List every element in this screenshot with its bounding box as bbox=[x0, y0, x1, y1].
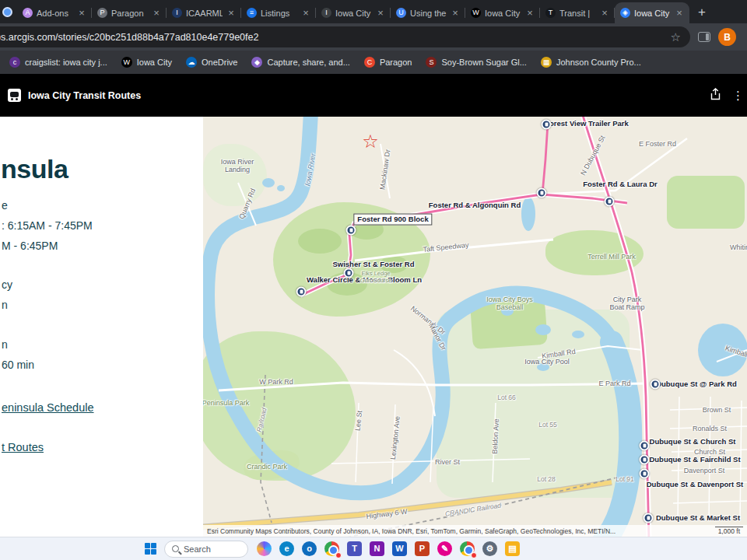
browser-tab[interactable]: IICAARML× bbox=[167, 2, 241, 23]
bookmark-favicon: C bbox=[364, 57, 375, 68]
tab-close-icon[interactable]: × bbox=[451, 9, 460, 18]
bus-stop-marker[interactable] bbox=[640, 441, 650, 451]
story-panel: nsula e : 6:15AM - 7:45PM M - 6:45PM cy … bbox=[0, 117, 203, 537]
tab-favicon: ≡ bbox=[247, 8, 257, 18]
onenote-icon-glyph: N bbox=[370, 541, 384, 556]
panel-line: M - 6:45PM bbox=[2, 240, 58, 252]
map-label: E Foster Rd bbox=[639, 140, 676, 148]
side-panel-icon[interactable] bbox=[698, 32, 710, 42]
powerpoint-icon[interactable]: P bbox=[414, 541, 430, 557]
map-basemap-graphics bbox=[203, 117, 747, 537]
bookmark-item[interactable]: ccraigslist: iowa city j... bbox=[9, 57, 107, 68]
notification-badge bbox=[335, 552, 342, 558]
new-tab-button[interactable]: + bbox=[693, 3, 711, 22]
browser-tab[interactable]: TTransit | × bbox=[540, 2, 615, 23]
tab-close-icon[interactable]: × bbox=[226, 9, 236, 18]
map[interactable]: Forest View Trailer ParkFoster Rd & Laur… bbox=[203, 117, 747, 537]
bookmark-favicon: W bbox=[121, 57, 132, 68]
browser-tab[interactable]: UUsing the× bbox=[391, 2, 465, 23]
tab-title: Paragon bbox=[111, 9, 148, 18]
map-label: Foster Rd & Laura Dr bbox=[583, 180, 658, 189]
map-label: Forest View Trailer Park bbox=[545, 120, 629, 128]
edge-icon[interactable]: e bbox=[279, 541, 295, 557]
browser-tab[interactable]: ≡Listings× bbox=[241, 2, 316, 23]
tab-title: Iowa City bbox=[335, 9, 372, 18]
route-heading: nsula bbox=[1, 154, 68, 184]
map-label: River St bbox=[435, 458, 460, 466]
schedule-link[interactable]: eninsula Schedule bbox=[2, 401, 94, 414]
browser-toolbar: ps.arcgis.com/stories/c20bc251d88b4a77ad… bbox=[0, 23, 747, 51]
word-icon[interactable]: W bbox=[391, 541, 408, 557]
tab-title: Add-ons bbox=[37, 9, 73, 18]
bookmark-favicon: ☁ bbox=[186, 57, 197, 68]
teams-icon[interactable]: T bbox=[346, 541, 363, 557]
chrome-icon-2[interactable] bbox=[459, 541, 475, 557]
bus-stop-marker[interactable] bbox=[651, 380, 661, 390]
map-label: Elks Ledge Gun Course bbox=[360, 271, 391, 284]
share-icon[interactable] bbox=[710, 88, 721, 103]
tab-close-icon[interactable]: × bbox=[77, 9, 86, 18]
start-button[interactable] bbox=[145, 543, 156, 555]
notification-badge bbox=[471, 552, 477, 558]
bookmark-item[interactable]: ◆Capture, share, and... bbox=[251, 57, 349, 68]
bus-stop-marker[interactable] bbox=[296, 287, 307, 297]
tab-close-icon[interactable]: × bbox=[301, 9, 310, 18]
bus-stop-marker[interactable] bbox=[542, 120, 552, 130]
tab-close-icon[interactable]: × bbox=[376, 9, 385, 18]
bus-stop-marker[interactable] bbox=[640, 469, 650, 479]
onenote-icon[interactable]: N bbox=[369, 541, 385, 557]
panel-line: n bbox=[2, 338, 8, 351]
bookmark-item[interactable]: CParagon bbox=[364, 57, 412, 68]
map-label: Lot 28 bbox=[537, 476, 556, 484]
partial-tab-favicon[interactable] bbox=[2, 7, 12, 17]
bookmark-favicon: ▦ bbox=[541, 57, 552, 68]
tab-title: Listings bbox=[261, 9, 297, 18]
explorer-icon[interactable]: ▤ bbox=[504, 541, 521, 557]
bookmarks-list: ccraigslist: iowa city j...WIowa City☁On… bbox=[9, 51, 641, 74]
screen: AAdd-ons×PParagon×IICAARML×≡Listings×IIo… bbox=[0, 0, 747, 560]
map-label: Lot 55 bbox=[538, 422, 557, 429]
settings-icon-glyph: ⚙ bbox=[482, 541, 497, 556]
bus-stop-marker[interactable] bbox=[537, 188, 547, 198]
bookmark-item[interactable]: WIowa City bbox=[121, 57, 172, 68]
browser-tab[interactable]: PParagon× bbox=[92, 2, 167, 23]
bookmark-star-icon[interactable]: ☆ bbox=[669, 30, 682, 44]
map-label: Dubuque St & Fairchild St bbox=[649, 456, 740, 464]
story-header: Iowa City Transit Routes ⋮ bbox=[0, 74, 747, 117]
chrome-icon[interactable] bbox=[324, 541, 340, 557]
bus-stop-marker[interactable] bbox=[344, 268, 354, 278]
browser-tab[interactable]: ◈Iowa City× bbox=[615, 2, 689, 23]
browser-tab[interactable]: AAdd-ons× bbox=[17, 2, 92, 23]
map-label: W Park Rd bbox=[259, 378, 293, 386]
bus-stop-marker[interactable] bbox=[644, 513, 654, 523]
bookmark-item[interactable]: SSoy-Brown Sugar Gl... bbox=[426, 57, 526, 68]
address-bar[interactable]: ps.arcgis.com/stories/c20bc251d88b4a77ad… bbox=[0, 26, 690, 47]
routes-link[interactable]: t Routes bbox=[2, 441, 44, 453]
bookmark-item[interactable]: ☁OneDrive bbox=[186, 57, 237, 68]
outlook-icon[interactable]: o bbox=[301, 541, 317, 557]
copilot-icon[interactable] bbox=[256, 541, 272, 557]
profile-avatar[interactable]: B bbox=[718, 28, 736, 46]
bookmark-label: Capture, share, and... bbox=[267, 58, 349, 67]
bookmark-item[interactable]: ▦Johnson County Pro... bbox=[541, 57, 641, 68]
map-label: Lot 66 bbox=[497, 394, 516, 402]
bookmark-label: Johnson County Pro... bbox=[556, 58, 641, 67]
tab-close-icon[interactable]: × bbox=[525, 9, 535, 18]
bus-stop-marker[interactable] bbox=[346, 226, 356, 236]
bookmark-label: Soy-Brown Sugar Gl... bbox=[441, 58, 526, 67]
paint-icon[interactable]: ✎ bbox=[437, 541, 453, 557]
bus-stop-marker[interactable] bbox=[605, 197, 615, 207]
settings-icon[interactable]: ⚙ bbox=[482, 541, 498, 557]
bookmark-favicon: c bbox=[9, 57, 20, 68]
browser-tab[interactable]: IIowa City× bbox=[316, 2, 391, 23]
more-options-icon[interactable]: ⋮ bbox=[732, 89, 744, 103]
tab-favicon: P bbox=[97, 8, 107, 18]
bus-stop-marker[interactable] bbox=[640, 455, 650, 465]
panel-line: e bbox=[2, 199, 8, 212]
taskbar-search[interactable]: Search bbox=[164, 541, 248, 558]
browser-tab[interactable]: WIowa City× bbox=[465, 2, 540, 23]
tab-close-icon[interactable]: × bbox=[675, 9, 684, 18]
tab-close-icon[interactable]: × bbox=[152, 9, 161, 18]
tab-close-icon[interactable]: × bbox=[600, 9, 609, 18]
search-label: Search bbox=[184, 544, 211, 554]
